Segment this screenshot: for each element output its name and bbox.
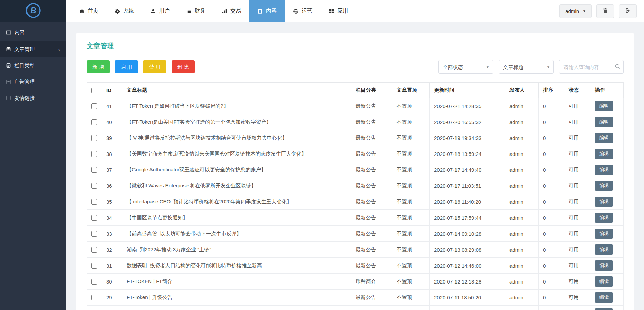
cell-category: 最新公告 [351, 242, 392, 258]
cell-publisher: admin [505, 146, 539, 162]
row-checkbox[interactable] [91, 199, 97, 205]
cell-top: 不置顶 [392, 242, 430, 258]
edit-button[interactable]: 编辑 [595, 149, 613, 159]
cell-sort: 0 [539, 194, 564, 210]
cell-status: 可用 [564, 242, 590, 258]
app-logo[interactable]: B [0, 0, 66, 22]
edit-button[interactable]: 编辑 [595, 133, 613, 143]
cell-id: 39 [102, 130, 122, 146]
edit-button[interactable]: 编辑 [595, 229, 613, 239]
row-checkbox[interactable] [91, 103, 97, 109]
operation-icon [293, 8, 299, 14]
search-button[interactable] [615, 63, 621, 70]
cell-actions: 编辑 [590, 226, 624, 242]
cell-status: 可用 [564, 290, 590, 306]
cell-category: 最新公告 [351, 226, 392, 242]
table-row: 30FT-TOKEN | FT简介币种简介不置顶2020-07-12 12:13… [87, 274, 624, 290]
nav-item-label: 系统 [123, 7, 134, 15]
row-checkbox[interactable] [91, 167, 97, 173]
sidebar-item-categories[interactable]: 栏目类型 [0, 57, 66, 74]
edit-button[interactable]: 编辑 [595, 117, 613, 127]
status-select[interactable]: 全部状态 [438, 60, 493, 74]
cell-title: FT-TOKEN | FT简介 [122, 274, 351, 290]
row-checkbox[interactable] [91, 279, 97, 285]
nav-item-finance[interactable]: 财务 [178, 0, 214, 22]
row-checkbox[interactable] [91, 183, 97, 189]
cell-title: 【中国区块节点更换通知】 [122, 210, 351, 226]
cell-sort: 0 [539, 98, 564, 114]
sidebar-header: 内容 [0, 22, 66, 41]
nav-item-operation[interactable]: 运营 [285, 0, 321, 22]
nav-item-label: 运营 [302, 7, 312, 15]
column-header: ID [102, 83, 122, 98]
edit-button[interactable]: 编辑 [595, 197, 613, 207]
nav-item-trade[interactable]: 交易 [214, 0, 249, 22]
cell-category: 最新公告 [351, 194, 392, 210]
cell-actions: 编辑 [590, 130, 624, 146]
select-all-checkbox[interactable] [91, 88, 97, 93]
cell-sort: 0 [539, 274, 564, 290]
cell-id: 34 [102, 210, 122, 226]
sidebar-item-links[interactable]: 友情链接 [0, 90, 66, 106]
cell-top: 不置顶 [392, 178, 430, 194]
disable-button[interactable]: 禁 用 [143, 60, 166, 73]
nav-item-system[interactable]: 系统 [107, 0, 142, 22]
top-navbar: B 首页系统用户财务交易内容运营应用 admin ▼ [0, 0, 644, 22]
cell-updated: 2020-07-11 18:41:48 [430, 306, 505, 310]
cell-title: 【 V 神:通过将反托拉斯法与区块链技术相结合可使市场权力去中心化】 [122, 130, 351, 146]
search-input[interactable] [559, 60, 624, 74]
edit-button[interactable]: 编辑 [595, 276, 613, 287]
row-checkbox[interactable] [91, 231, 97, 237]
row-checkbox[interactable] [91, 295, 97, 300]
delete-button[interactable]: 删 除 [172, 60, 195, 73]
row-checkbox[interactable] [91, 263, 97, 269]
cell-actions: 编辑 [590, 290, 624, 306]
field-select[interactable]: 文章标题 [499, 60, 554, 74]
cell-status: 可用 [564, 194, 590, 210]
enable-button[interactable]: 启 用 [115, 60, 138, 73]
cell-updated: 2020-07-14 09:10:28 [430, 226, 505, 242]
sidebar-item-label: 栏目类型 [14, 62, 35, 69]
add-button[interactable]: 新 增 [87, 60, 110, 73]
edit-button[interactable]: 编辑 [595, 165, 613, 175]
svg-text:B: B [30, 6, 36, 15]
search-box [559, 60, 624, 74]
logout-button[interactable] [619, 4, 637, 18]
nav-item-user[interactable]: 用户 [142, 0, 178, 22]
edit-button[interactable]: 编辑 [595, 308, 613, 310]
cell-status: 可用 [564, 306, 590, 310]
edit-button[interactable]: 编辑 [595, 244, 613, 255]
nav-item-content[interactable]: 内容 [249, 0, 285, 22]
cell-publisher: admin [505, 258, 539, 274]
nav-item-apps[interactable]: 应用 [321, 0, 356, 22]
row-checkbox[interactable] [91, 135, 97, 141]
cell-id: 36 [102, 178, 122, 194]
cell-updated: 2020-07-13 08:29:08 [430, 242, 505, 258]
row-select-cell [87, 258, 102, 274]
edit-button[interactable]: 编辑 [595, 213, 613, 223]
sidebar-item-ads[interactable]: 广告管理 [0, 74, 66, 90]
row-select-cell [87, 130, 102, 146]
nav-item-label: 内容 [266, 7, 277, 15]
content-icon [257, 8, 263, 14]
edit-button[interactable]: 编辑 [595, 260, 613, 271]
edit-button[interactable]: 编辑 [595, 292, 613, 303]
admin-dropdown[interactable]: admin ▼ [559, 4, 592, 18]
row-checkbox[interactable] [91, 215, 97, 221]
cell-category: 币种简介 [351, 274, 392, 290]
table-row: 36【微软和 Waves Enterprise 将在俄罗斯开发企业区块链】最新公… [87, 178, 624, 194]
row-checkbox[interactable] [91, 151, 97, 157]
nav-item-home[interactable]: 首页 [71, 0, 107, 22]
edit-button[interactable]: 编辑 [595, 101, 613, 111]
cell-actions: 编辑 [590, 146, 624, 162]
cell-publisher: admin [505, 178, 539, 194]
row-checkbox[interactable] [91, 247, 97, 253]
cell-publisher: admin [505, 242, 539, 258]
cell-top: 不置顶 [392, 290, 430, 306]
sidebar-item-articles[interactable]: 文章管理› [0, 41, 66, 57]
row-select-cell [87, 210, 102, 226]
edit-button[interactable]: 编辑 [595, 181, 613, 191]
row-checkbox[interactable] [91, 119, 97, 125]
cell-id: 38 [102, 146, 122, 162]
trash-button[interactable] [596, 4, 614, 18]
